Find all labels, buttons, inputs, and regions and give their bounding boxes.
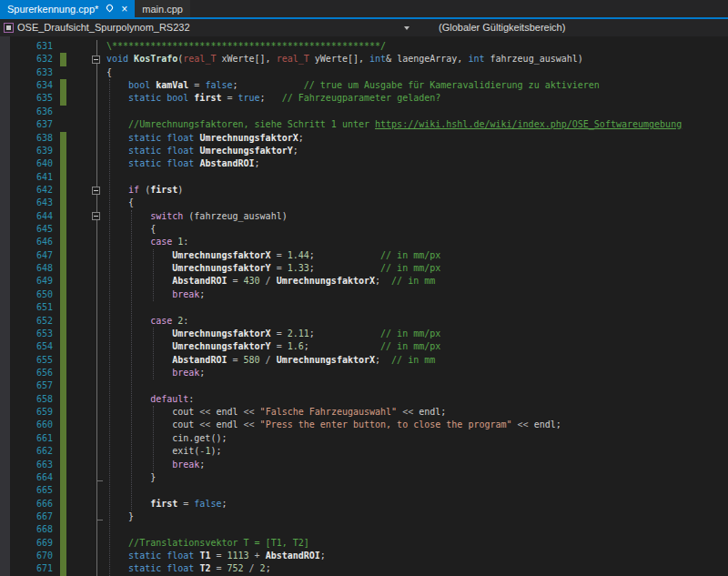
line-number: 655 [10,354,53,367]
tab-label: main.cpp [142,4,183,15]
change-track-bar [60,223,66,236]
change-track-bar [60,471,66,484]
code-text: static float UmrechungsfaktorY; [106,145,298,157]
change-track-bar [60,393,66,406]
change-track-bar [60,288,66,301]
code-text: break; [106,288,205,301]
code-editor[interactable]: 631\************************************… [0,36,728,576]
line-number: 650 [10,288,53,301]
line-number: 633 [10,66,53,79]
change-track-bar [60,459,66,471]
change-track-bar [60,498,66,510]
code-text: cout << endl << "Falsche Fahrzeugauswahl… [106,406,446,419]
line-number: 639 [10,145,53,157]
code-text: UmrechnungsfaktorX = 2.11; // in mm/px [106,328,440,340]
change-track-bar [60,157,66,170]
scope-dropdown[interactable]: OSE_Draufsicht_Spurpolynom_RS232 [17,22,190,33]
tab-main-cpp[interactable]: main.cpp [135,0,190,17]
change-track-bar [60,275,66,288]
code-text: if (first) [106,184,183,197]
change-track-bar [60,315,66,328]
line-number: 642 [10,184,53,197]
line-number: 631 [10,40,53,53]
indent-guide [153,249,154,301]
code-text: cout << endl << "Press the enter button,… [106,419,561,431]
change-track-bar [60,537,66,550]
fold-region-end-tick [96,480,103,481]
change-track-bar [60,197,66,209]
code-text: first = false; [106,498,227,510]
code-text: switch (fahrzeug_auswahl) [106,210,288,223]
change-track-bar [60,249,66,262]
line-number: 656 [10,367,53,379]
code-text: { [106,66,112,79]
line-number: 643 [10,197,53,209]
change-track-bar [60,406,66,419]
code-text: //Umrechnungsfaktoren, siehe Schritt 1 u… [106,118,682,131]
code-text: break; [106,459,205,471]
code-text: static float AbstandROI; [106,157,260,170]
line-number: 662 [10,445,53,458]
code-text: bool kamVal = false; // true um Ausgabe … [106,79,600,92]
line-number: 671 [10,562,53,575]
line-number: 664 [10,471,53,484]
line-number: 647 [10,249,53,262]
line-number: 648 [10,262,53,275]
fold-region-end-tick [96,520,103,520]
fold-collapse-box[interactable] [92,56,100,64]
code-text: void KosTrafo(real_T xWerte[], real_T yW… [106,53,583,66]
line-number: 645 [10,223,53,236]
line-number: 634 [10,79,53,92]
code-text: cin.get(); [106,432,227,445]
line-number: 668 [10,523,53,536]
line-number: 644 [10,210,53,223]
line-number: 641 [10,171,53,184]
line-number: 638 [10,132,53,145]
code-line[interactable]: 632void KosTrafo(real_T xWerte[], real_T… [0,53,728,66]
line-number: 637 [10,118,53,131]
indent-guide [109,79,110,576]
line-number: 657 [10,379,53,392]
fold-collapse-box[interactable] [92,212,100,220]
change-track-bar [60,132,66,145]
code-text: case 2: [106,315,188,328]
code-text: static float UmrechnungsfaktorX; [106,132,304,145]
line-number: 652 [10,315,53,328]
change-track-bar [60,262,66,275]
change-track-bar [60,379,66,392]
code-line[interactable]: 631\************************************… [0,40,728,53]
code-text: exit(-1); [106,445,221,458]
change-track-bar [60,53,66,66]
line-number: 653 [10,328,53,340]
change-track-bar [60,432,66,445]
change-track-bar [60,523,66,536]
line-number: 636 [10,106,53,118]
line-number: 649 [10,275,53,288]
code-text: UmrechnungsfaktorY = 1.33; // in mm/px [106,262,440,275]
change-track-bar [60,340,66,353]
line-number: 670 [10,550,53,562]
change-track-bar [60,354,66,367]
code-text: \***************************************… [106,40,386,53]
code-line[interactable]: 633{ [0,66,728,79]
change-track-bar [60,510,66,523]
line-number: 632 [10,53,53,66]
change-track-bar [60,484,66,497]
tab-spurerkennung[interactable]: Spurerkennung.cpp* × [0,0,135,17]
close-icon[interactable]: × [121,4,127,15]
line-number: 659 [10,406,53,419]
fold-collapse-box[interactable] [92,187,100,195]
indent-guide [153,406,154,471]
pin-icon[interactable] [106,4,115,13]
outlining-line [96,40,97,576]
indent-guide [131,210,132,510]
chevron-down-icon[interactable] [404,26,410,30]
line-number: 661 [10,432,53,445]
change-track-bar [60,79,66,92]
change-track-bar [60,184,66,197]
member-dropdown[interactable]: (Globaler Gültigkeitsbereich) [439,22,565,33]
cpp-file-scope-icon [4,23,14,33]
line-number: 666 [10,498,53,510]
change-track-bar [60,445,66,458]
line-number: 667 [10,510,53,523]
